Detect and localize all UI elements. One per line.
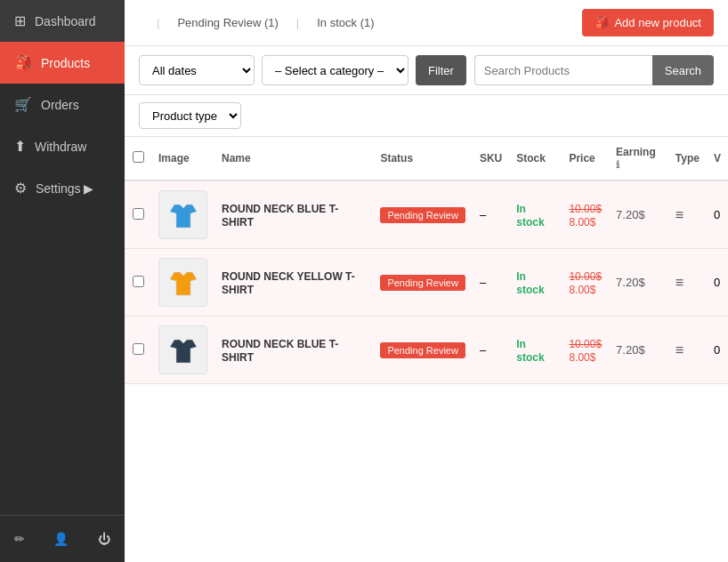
add-new-product-button[interactable]: 🎒 Add new product (582, 9, 714, 36)
product-name: ROUND NECK YELLOW T-SHIRT (222, 270, 355, 296)
product-type-cell[interactable]: ≡ (668, 181, 707, 249)
filter-button[interactable]: Filter (416, 55, 466, 85)
sidebar-item-products-label: Products (41, 56, 90, 70)
header-v: V (707, 137, 728, 181)
sidebar-item-edit[interactable]: ✏ (7, 525, 32, 553)
product-earning-cell: 7.20$ (609, 181, 668, 249)
select-all-checkbox[interactable] (133, 151, 144, 163)
table-row: ROUND NECK BLUE T-SHIRTPending Review–In… (125, 317, 728, 384)
withdraw-icon: ⬆ (14, 138, 26, 155)
earning-info-icon[interactable]: ℹ (616, 159, 619, 170)
sidebar-item-dashboard[interactable]: ⊞ Dashboard (0, 0, 125, 42)
price-old: 10.00$ (569, 338, 602, 350)
product-price-cell: 10.00$8.00$ (562, 181, 609, 249)
header-name: Name (214, 137, 373, 181)
product-name: ROUND NECK BLUE T-SHIRT (222, 203, 338, 229)
row-checkbox-cell (125, 249, 151, 317)
products-icon: 🎒 (14, 54, 32, 71)
price-old: 10.00$ (569, 270, 602, 283)
table-row: ROUND NECK YELLOW T-SHIRTPending Review–… (125, 249, 728, 317)
sidebar-item-settings[interactable]: ⚙ Settings ▶ (0, 167, 125, 209)
row-select-checkbox[interactable] (133, 276, 144, 287)
header-sku: SKU (473, 137, 509, 181)
stock-status: In stock (516, 270, 544, 296)
search-group: Search (474, 55, 714, 85)
product-type-cell[interactable]: ≡ (668, 249, 707, 317)
table-row: ROUND NECK BLUE T-SHIRTPending Review–In… (125, 181, 728, 249)
price-new: 8.00$ (569, 351, 595, 364)
header-status: Status (373, 137, 473, 181)
product-sku-cell: – (473, 181, 509, 249)
status-badge: Pending Review (380, 207, 465, 223)
sidebar-item-orders-label: Orders (41, 98, 79, 112)
product-type-menu-icon[interactable]: ≡ (675, 275, 684, 290)
header-price: Price (562, 137, 609, 181)
main-content: | Pending Review (1) | In stock (1) 🎒 Ad… (125, 0, 728, 562)
topbar: | Pending Review (1) | In stock (1) 🎒 Ad… (125, 0, 728, 46)
products-table-container: Image Name Status SKU Stock Price Earnin… (125, 137, 728, 562)
product-name-cell: ROUND NECK BLUE T-SHIRT (214, 181, 373, 249)
product-type-menu-icon[interactable]: ≡ (675, 342, 684, 357)
product-type-menu-icon[interactable]: ≡ (675, 207, 684, 222)
product-status-cell: Pending Review (373, 317, 473, 384)
product-earning-cell: 7.20$ (609, 249, 668, 317)
svg-marker-2 (170, 340, 197, 363)
product-status-cell: Pending Review (373, 249, 473, 317)
category-filter-select[interactable]: – Select a category – T-Shirts Hoodies A… (262, 55, 408, 85)
header-type: Type (668, 137, 707, 181)
row-checkbox-cell (125, 181, 151, 249)
tshirt-svg (166, 333, 201, 368)
stock-status: In stock (516, 203, 544, 229)
header-checkbox-col (125, 137, 151, 181)
search-button[interactable]: Search (652, 55, 714, 85)
sidebar-item-withdraw[interactable]: ⬆ Withdraw (0, 125, 125, 167)
tab-pending[interactable]: Pending Review (1) (177, 14, 278, 31)
product-rows: ROUND NECK BLUE T-SHIRTPending Review–In… (125, 181, 728, 384)
sidebar: ⊞ Dashboard 🎒 Products 🛒 Orders ⬆ Withdr… (0, 0, 125, 562)
product-v-cell: 0 (707, 317, 728, 384)
product-image (158, 190, 207, 239)
product-sku-cell: – (473, 249, 509, 317)
product-type-cell[interactable]: ≡ (668, 317, 707, 384)
sidebar-item-orders[interactable]: 🛒 Orders (0, 84, 125, 125)
date-filter-select[interactable]: All dates Today This week This month (139, 55, 255, 85)
sidebar-item-settings-label: Settings ▶ (36, 181, 93, 196)
svg-marker-1 (170, 272, 197, 295)
product-earning-cell: 7.20$ (609, 317, 668, 384)
row-select-checkbox[interactable] (133, 343, 144, 355)
product-type-select[interactable]: Product type Simple Variable (139, 102, 241, 129)
product-stock-cell: In stock (509, 181, 562, 249)
product-sku-cell: – (473, 317, 509, 384)
product-price-cell: 10.00$8.00$ (562, 317, 609, 384)
sidebar-item-dashboard-label: Dashboard (35, 14, 96, 28)
price-new: 8.00$ (569, 216, 595, 229)
tab-instock[interactable]: In stock (1) (317, 14, 374, 31)
product-status-cell: Pending Review (373, 181, 473, 249)
header-earning: Earning ℹ (609, 137, 668, 181)
filter-bar: All dates Today This week This month – S… (125, 46, 728, 95)
product-stock-cell: In stock (509, 317, 562, 384)
earning-value: 7.20$ (616, 208, 645, 221)
product-image (158, 258, 207, 307)
status-badge: Pending Review (380, 342, 465, 358)
product-name: ROUND NECK BLUE T-SHIRT (222, 338, 338, 364)
header-stock: Stock (509, 137, 562, 181)
search-input[interactable] (474, 55, 652, 85)
sidebar-item-power[interactable]: ⏻ (91, 525, 117, 553)
product-stock-cell: In stock (509, 249, 562, 317)
sidebar-item-user[interactable]: 👤 (46, 525, 76, 553)
earning-value: 7.20$ (616, 343, 645, 357)
earning-value: 7.20$ (616, 276, 645, 289)
product-v-cell: 0 (707, 249, 728, 317)
product-v-cell: 0 (707, 181, 728, 249)
tshirt-svg (166, 265, 201, 301)
row-checkbox-cell (125, 317, 151, 384)
price-old: 10.00$ (569, 203, 602, 215)
table-header-row: Image Name Status SKU Stock Price Earnin… (125, 137, 728, 181)
row-select-checkbox[interactable] (133, 208, 144, 220)
stock-status: In stock (516, 338, 544, 364)
orders-icon: 🛒 (14, 96, 32, 113)
sidebar-item-products[interactable]: 🎒 Products (0, 42, 125, 84)
tab-bar: | Pending Review (1) | In stock (1) (139, 14, 375, 31)
product-image-cell (151, 317, 214, 384)
